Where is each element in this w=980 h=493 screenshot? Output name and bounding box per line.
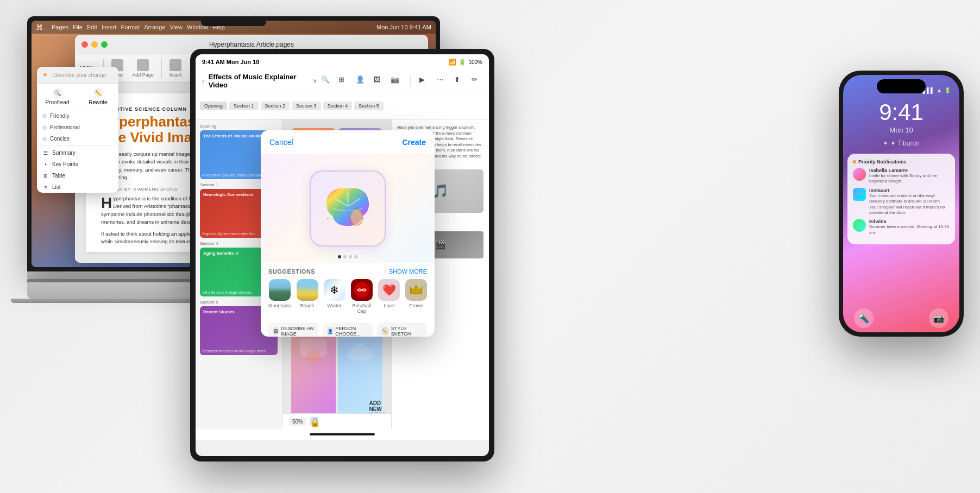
ai-item-table[interactable]: ⊞ Table [37, 170, 118, 181]
ipad-time: 9:41 AM Mon Jun 10 [202, 59, 259, 65]
pages-window-title: Hyperphantasia Article.pages [209, 41, 294, 48]
section-1[interactable]: Section 1 [229, 102, 259, 110]
ai-item-friendly[interactable]: Friendly [37, 110, 118, 122]
ipad-sections-bar: Opening Section 1 Section 2 Section 3 Se… [196, 92, 489, 119]
summary-icon: ☰ [42, 150, 49, 156]
notif-text-2: Your Instacart order is on the way! Deli… [869, 193, 950, 216]
zoom-percentage[interactable]: 50% [289, 418, 306, 426]
ai-item-keypoints[interactable]: • Key Points [37, 159, 118, 170]
notif-text-3: Summer interns arrived. Meeting at 10:30… [869, 224, 950, 236]
insert-icon [169, 59, 181, 71]
section-5[interactable]: Section 5 [354, 102, 384, 110]
ipad-toolbar-icons: 🔍 ⊞ 👤 🖼 📷 ▶ ⋯ ⬆ ✏ [321, 75, 482, 86]
suggestion-winter[interactable]: ❄ Winter [324, 279, 345, 314]
maximize-button[interactable] [101, 41, 108, 48]
ipad-zoom-bar: 50% 🔒 [282, 413, 391, 429]
person-choose-btn[interactable]: 👤 PERSON CHOOSE... [323, 323, 373, 337]
menu-format[interactable]: Format [121, 24, 140, 30]
menu-arrange[interactable]: Arrange [144, 24, 165, 30]
ipad-search-icon[interactable]: 🔍 [321, 75, 332, 86]
suggestion-love[interactable]: ❤️ Love [378, 279, 400, 314]
menu-edit[interactable]: Edit [87, 24, 97, 30]
section-2[interactable]: Section 2 [261, 102, 290, 110]
ipad: 9:41 AM Mon Jun 10 📶 🔋 100% ‹ Effects of… [190, 49, 494, 462]
notif-item-2[interactable]: 🛒 Instacart Your Instacart order is on t… [853, 188, 950, 216]
ai-sparkle-icon: ✦ [42, 71, 50, 79]
section-opening[interactable]: Opening [200, 102, 227, 110]
ipad-person-icon[interactable]: 👤 [356, 75, 367, 86]
love-label: Love [384, 303, 394, 308]
notif-content-1: Isabella Lamarre Invite for dinner with … [869, 168, 950, 185]
ai-header-text: Describe your change [53, 72, 106, 78]
ai-panel: ✦ Describe your change 🔍 Proofread ✏️ Re… [37, 67, 118, 193]
ipad-title-chevron[interactable]: ∨ [313, 78, 317, 84]
baseball-thumb [351, 279, 373, 301]
suggestion-beach[interactable]: Beach [297, 279, 318, 314]
add-page-label: Add Page [132, 72, 154, 78]
menu-insert[interactable]: Insert [102, 24, 117, 30]
iphone-wallpaper: ●●● ▌▌▌ ▲ 🔋 9:41 Mon 10 ✦ ✦ Tiburon [843, 75, 959, 332]
section-4[interactable]: Section 4 [323, 102, 353, 110]
show-more-button[interactable]: SHOW MORE [389, 268, 427, 275]
rewrite-icon: ✏️ [93, 88, 103, 98]
ai-item-concise[interactable]: Concise [37, 133, 118, 144]
iphone-camera-icon[interactable]: 📷 [929, 308, 948, 328]
ipad-dots-icon[interactable]: ⋯ [437, 75, 448, 86]
menu-view[interactable]: View [169, 24, 183, 30]
close-button[interactable] [81, 41, 88, 48]
ai-item-summary[interactable]: ☰ Summary [37, 147, 118, 159]
slide-4-title: Recent Studies [203, 309, 235, 315]
section-3[interactable]: Section 3 [292, 102, 321, 110]
toolbar-insert[interactable]: Insert [166, 59, 185, 78]
describe-image-btn[interactable]: 🖼 DESCRIBE AN IMAGE [268, 323, 318, 337]
love-thumb: ❤️ [378, 279, 400, 301]
brain-illustration [318, 179, 378, 238]
mac-datetime: Mon Jun 10 9:41 AM [376, 24, 431, 30]
modal-dot-4[interactable] [354, 255, 357, 258]
menu-pages[interactable]: Pages [52, 24, 68, 30]
notif-content-3: Edwina Summer interns arrived. Meeting a… [869, 219, 950, 236]
iphone-flashlight-icon[interactable]: 🔦 [854, 308, 874, 328]
suggestion-crown[interactable]: Crown [405, 279, 427, 314]
minimize-button[interactable] [91, 41, 98, 48]
modal-dot-1[interactable] [338, 255, 341, 258]
person-choose-label: PERSON CHOOSE... [335, 326, 368, 337]
ai-rewrite-option[interactable]: ✏️ Rewrite [78, 84, 118, 110]
ai-item-list[interactable]: ≡ List [37, 181, 118, 193]
ipad-camera-icon[interactable]: 📷 [391, 75, 401, 86]
notif-item-3[interactable]: Edwina Summer interns arrived. Meeting a… [853, 219, 950, 236]
describe-image-label: DESCRIBE AN IMAGE [281, 326, 314, 337]
style-sketch-icon: ✏️ [381, 327, 389, 336]
zoom-lock-icon[interactable]: 🔒 [310, 417, 318, 426]
notif-item-1[interactable]: Isabella Lamarre Invite for dinner with … [853, 168, 950, 185]
toolbar-divider-2 [161, 59, 162, 78]
ipad-back-btn[interactable]: ‹ [202, 78, 204, 84]
professional-dot [42, 125, 47, 130]
ipad-title-bar: ‹ Effects of Music Explainer Video ∨ 🔍 ⊞… [196, 69, 489, 92]
ai-proofread-option[interactable]: 🔍 Proofread [37, 84, 78, 110]
ipad-image-icon[interactable]: 🖼 [373, 75, 384, 86]
scene: ⌘ Pages File Edit Insert Format Arrange … [0, 0, 980, 493]
ipad-share-icon[interactable]: ⬆ [454, 75, 465, 86]
modal-dot-3[interactable] [349, 255, 352, 258]
baseball-label: Baseball Cap [351, 303, 373, 314]
mac-menu-right: Mon Jun 10 9:41 AM [376, 24, 431, 30]
suggestion-mountains[interactable]: Mountains [268, 279, 291, 314]
image-creation-modal: Cancel Create [261, 130, 435, 337]
menu-file[interactable]: File [73, 24, 83, 30]
ipad-home-indicator[interactable] [310, 433, 375, 435]
style-sketch-btn[interactable]: ✏️ STYLE SKETCH [377, 323, 427, 337]
ipad-edit-icon[interactable]: ✏ [472, 75, 482, 86]
ai-item-professional[interactable]: Professional [37, 122, 118, 133]
ipad-play-icon[interactable]: ▶ [419, 75, 430, 86]
winter-label: Winter [328, 303, 342, 308]
drop-cap: H [101, 197, 112, 209]
toolbar-add-page[interactable]: Add Page [129, 59, 157, 78]
summary-label: Summary [52, 150, 76, 156]
modal-create-button[interactable]: Create [402, 138, 426, 147]
suggestions-grid: Mountains Beach ❄ Winter Basebal [268, 279, 427, 314]
modal-dot-2[interactable] [343, 255, 347, 258]
ipad-grid-icon[interactable]: ⊞ [338, 75, 349, 86]
modal-cancel-button[interactable]: Cancel [269, 138, 293, 147]
suggestion-baseball[interactable]: Baseball Cap [351, 279, 373, 314]
